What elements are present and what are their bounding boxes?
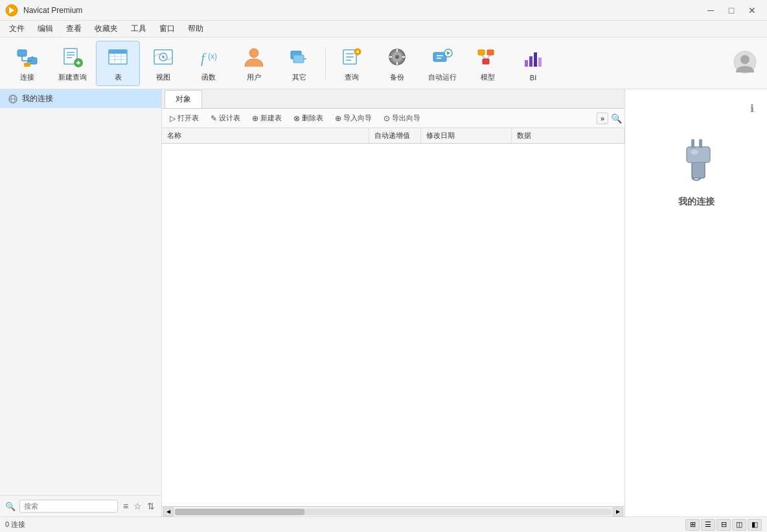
sidebar-item-myconnection[interactable]: 我的连接	[0, 89, 161, 108]
toolbar-user-label: 用户	[247, 72, 261, 82]
menu-file[interactable]: 文件	[3, 21, 31, 36]
svg-line-47	[481, 55, 486, 59]
scroll-thumb	[175, 509, 304, 515]
svg-point-26	[249, 49, 258, 58]
toolbar-more-area: » 🔍	[597, 113, 622, 124]
status-bar: 0 连接 ⊞ ☰ ⊟ ◫ ◧	[0, 516, 767, 532]
right-panel: ℹ 我的连接	[624, 89, 767, 516]
backup-icon	[384, 44, 410, 70]
menu-help[interactable]: 帮助	[181, 21, 210, 36]
toolbar-table-label: 表	[115, 72, 122, 82]
toolbar-user[interactable]: 用户	[232, 41, 276, 86]
export-wizard-label: 导出向导	[392, 113, 420, 123]
design-table-button[interactable]: ✎ 设计表	[205, 111, 246, 125]
menu-window[interactable]: 窗口	[153, 21, 181, 36]
main-toolbar: 连接 新建查询	[0, 38, 767, 89]
svg-point-62	[691, 150, 698, 155]
delete-table-button[interactable]: ⊗ 删除表	[288, 111, 328, 125]
toolbar-connect[interactable]: 连接	[5, 41, 49, 86]
autorun-icon	[429, 44, 455, 70]
plug-illustration	[667, 127, 726, 186]
tab-objects[interactable]: 对象	[165, 90, 202, 108]
search-prefix-icon: 🔍	[5, 502, 16, 511]
view-toggle-3[interactable]: ⊟	[716, 519, 731, 531]
svg-rect-45	[487, 50, 494, 55]
menu-edit[interactable]: 编辑	[31, 21, 60, 36]
minimize-button[interactable]: ─	[701, 3, 720, 17]
newquery-icon	[60, 44, 86, 70]
menu-bar: 文件 编辑 查看 收藏夹 工具 窗口 帮助	[0, 21, 767, 38]
toolbar-backup-label: 备份	[390, 72, 404, 82]
new-table-button[interactable]: ⊕ 新建表	[247, 111, 287, 125]
col-header-autoincrement: 自动递增值	[369, 128, 421, 143]
search-input[interactable]	[19, 500, 118, 513]
content-area: 对象 ▷ 打开表 ✎ 设计表 ⊕ 新建表 ⊗ 删除表 ⊕ 导入向导	[162, 89, 624, 516]
user-icon	[241, 44, 267, 70]
delete-table-icon: ⊗	[293, 114, 300, 123]
view-toggle-1[interactable]: ⊞	[685, 519, 700, 531]
toolbar-table[interactable]: 表	[96, 41, 140, 86]
svg-text:(x): (x)	[208, 52, 217, 61]
import-wizard-button[interactable]: ⊕ 导入向导	[330, 111, 377, 125]
function-icon: f (x)	[196, 44, 222, 70]
menu-view[interactable]: 查看	[60, 21, 88, 36]
filter-icon-btn[interactable]: ≡	[122, 500, 130, 513]
toolbar-query[interactable]: 查询	[330, 41, 374, 86]
plug-container: 我的连接	[667, 127, 726, 208]
svg-rect-50	[529, 56, 532, 67]
footer-action-icons: ≡ ☆ ⇅	[122, 500, 156, 513]
maximize-button[interactable]: □	[722, 3, 741, 17]
sidebar-myconnection-label: 我的连接	[22, 93, 53, 104]
sidebar-footer: 🔍 ≡ ☆ ⇅	[0, 495, 161, 516]
svg-rect-59	[687, 147, 710, 162]
menu-favorites[interactable]: 收藏夹	[88, 21, 124, 36]
toolbar-connect-label: 连接	[20, 72, 34, 82]
design-table-icon: ✎	[211, 114, 217, 123]
svg-rect-46	[483, 59, 489, 64]
import-wizard-icon: ⊕	[335, 114, 341, 123]
scroll-track[interactable]	[175, 509, 612, 515]
export-wizard-button[interactable]: ⊙ 导出向导	[378, 111, 426, 125]
toolbar-function[interactable]: f (x) 函数	[187, 41, 231, 86]
open-table-label: 打开表	[177, 113, 199, 123]
scroll-left-button[interactable]: ◀	[163, 507, 174, 516]
svg-rect-61	[699, 139, 702, 148]
svg-rect-49	[525, 60, 528, 67]
view-toggle-5[interactable]: ◧	[748, 519, 762, 531]
toolbar-other[interactable]: 其它	[277, 41, 321, 86]
new-table-label: 新建表	[260, 113, 282, 123]
toolbar-bi[interactable]: BI	[511, 41, 555, 86]
toolbar-newquery[interactable]: 新建查询	[51, 41, 95, 86]
view-toggle-2[interactable]: ☰	[701, 519, 715, 531]
tab-objects-label: 对象	[176, 94, 191, 104]
toolbar-model[interactable]: 模型	[466, 41, 510, 86]
sort-icon-btn[interactable]: ⇅	[146, 500, 156, 513]
connect-icon	[14, 44, 40, 70]
star-icon-btn[interactable]: ☆	[132, 500, 143, 513]
svg-rect-60	[691, 139, 694, 148]
toolbar-backup[interactable]: 备份	[375, 41, 419, 86]
close-button[interactable]: ✕	[742, 3, 762, 17]
user-avatar[interactable]	[733, 50, 757, 76]
open-table-button[interactable]: ▷ 打开表	[165, 111, 204, 125]
svg-rect-44	[478, 50, 485, 55]
horizontal-scrollbar[interactable]: ◀ ▶	[162, 506, 624, 516]
svg-rect-28	[293, 55, 304, 63]
svg-rect-52	[538, 58, 542, 67]
table-content	[162, 144, 624, 506]
scroll-right-button[interactable]: ▶	[613, 507, 623, 516]
svg-text:f: f	[201, 50, 207, 66]
toolbar-view[interactable]: 视图	[141, 41, 185, 86]
toolbar-search-button[interactable]: 🔍	[611, 113, 622, 124]
import-wizard-label: 导入向导	[343, 113, 372, 123]
status-bar-right: ⊞ ☰ ⊟ ◫ ◧	[685, 519, 762, 531]
info-button[interactable]: ℹ	[750, 102, 754, 115]
toolbar-autorun[interactable]: 自动运行	[420, 41, 464, 86]
menu-tools[interactable]: 工具	[124, 21, 153, 36]
toolbar-query-label: 查询	[345, 72, 359, 82]
more-button[interactable]: »	[597, 113, 608, 124]
col-header-name: 名称	[162, 128, 369, 143]
bi-icon	[520, 45, 546, 71]
view-icon	[150, 44, 176, 70]
view-toggle-4[interactable]: ◫	[732, 519, 746, 531]
